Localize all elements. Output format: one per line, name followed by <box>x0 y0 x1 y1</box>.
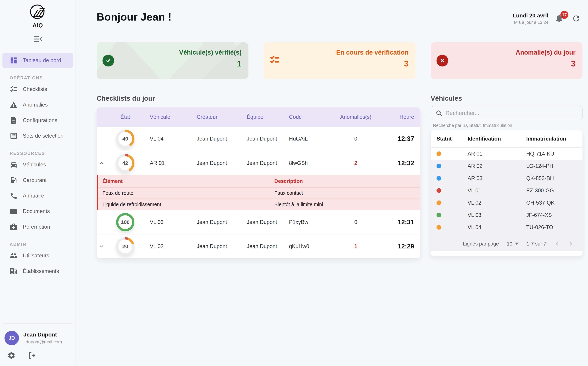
sidebar-section-operations: OPÉRATIONS <box>0 76 75 80</box>
list-box-icon <box>10 132 18 140</box>
stat-card-title: En cours de vérification <box>336 49 409 56</box>
user-profile: JD Jean Dupont j.dupont@mail.com <box>5 331 62 345</box>
next-page-button[interactable] <box>568 241 574 247</box>
logout-icon[interactable] <box>28 351 36 360</box>
vehicle-search <box>431 106 582 120</box>
sidebar-item-establishments[interactable]: Établissements <box>0 263 75 279</box>
sidebar-item-checklists[interactable]: Checklists <box>0 82 75 97</box>
dashboard-icon <box>10 56 18 64</box>
collapse-chevron-icon[interactable] <box>99 160 104 166</box>
progress-ring: 40 <box>116 130 134 148</box>
sidebar-item-label: Anomalies <box>23 102 48 108</box>
progress-ring: 100 <box>116 213 134 231</box>
cell-team: Jean Dupont <box>241 219 283 225</box>
sidebar-section-admin: ADMIN <box>0 242 75 247</box>
cell-code: qKuHw0 <box>283 243 338 250</box>
document-icon <box>10 116 18 124</box>
cell-anomalies: 1 <box>338 243 374 250</box>
previous-page-button[interactable] <box>554 241 560 247</box>
detail-element: Feux de route <box>103 190 274 196</box>
sidebar-item-dashboard[interactable]: Tableau de bord <box>2 53 73 68</box>
vehicle-row[interactable]: AR 02 LG-124-PH <box>431 160 582 172</box>
vehicle-row[interactable]: AR 03 QK-853-BH <box>431 172 582 184</box>
notifications-button[interactable]: 17 <box>555 14 564 24</box>
aiq-logo-icon <box>29 3 46 20</box>
cell-time: 12:32 <box>374 160 420 167</box>
vehicle-id: AR 03 <box>468 175 526 182</box>
checklists-table-header: État Véhicule Créateur Équipe Code Anoma… <box>97 107 420 127</box>
cell-time: 12:29 <box>374 243 420 250</box>
vehicle-row[interactable]: VL 04 TU-026-TO <box>431 221 582 233</box>
vehicle-id: VL 02 <box>468 200 526 206</box>
rows-per-page-select[interactable]: 10 <box>507 241 519 247</box>
cell-team: Jean Dupont <box>241 243 283 250</box>
stat-card-title: Anomalie(s) du jour <box>516 49 576 56</box>
search-hint: Recherche par ID, Statut, Immatriculatio… <box>433 123 512 128</box>
status-dot <box>437 200 441 205</box>
column-header-immatriculation: Immatriculation <box>526 136 582 142</box>
cell-vehicle: VL 04 <box>144 136 191 142</box>
sidebar-footer-divider <box>3 323 73 324</box>
vehicle-row[interactable]: VL 02 GH-537-QK <box>431 197 582 209</box>
cell-anomalies: 2 <box>338 160 374 166</box>
sidebar-item-vehicles[interactable]: Véhicules <box>0 157 75 172</box>
stat-card-title: Véhicule(s) vérifié(s) <box>179 49 242 56</box>
vehicle-row[interactable]: AR 01 HQ-714-KU <box>431 148 582 160</box>
cell-time: 12:31 <box>374 219 420 226</box>
status-dot <box>437 188 441 193</box>
expand-chevron-icon[interactable] <box>99 244 104 249</box>
column-header-equipe: Équipe <box>241 114 283 120</box>
sidebar-item-selection-sets[interactable]: Sets de sélection <box>0 128 75 144</box>
date-block: Lundi 20 avril Mis à jour à 13:24 <box>513 12 548 25</box>
sidebar-item-anomalies[interactable]: Anomalies <box>0 97 75 113</box>
settings-gear-icon[interactable] <box>7 351 15 360</box>
status-dot <box>437 213 441 217</box>
cell-time: 12:37 <box>374 135 420 142</box>
stat-card-in-progress: En cours de vérification 3 <box>264 42 416 79</box>
column-header-statut: Statut <box>437 136 468 142</box>
cell-creator: Jean Dupont <box>191 243 241 250</box>
cell-creator: Jean Dupont <box>191 136 241 142</box>
car-icon <box>10 161 18 169</box>
column-header-code: Code <box>283 114 338 120</box>
vehicle-id: AR 01 <box>468 151 526 157</box>
checklist-row-collapsed[interactable]: 20 VL 02 Jean Dupont Jean Dupont qKuHw0 … <box>97 234 420 258</box>
medical-kit-icon <box>10 223 18 231</box>
sidebar-item-fuel[interactable]: Carburant <box>0 172 75 188</box>
search-input[interactable] <box>446 110 582 116</box>
sidebar-item-documents[interactable]: Documents <box>0 204 75 219</box>
checklist-row[interactable]: 100 VL 03 Jean Dupont Jean Dupont P1xyBw… <box>97 210 420 234</box>
vehicle-row[interactable]: VL 01 EZ-300-GG <box>431 184 582 197</box>
status-dot <box>437 225 441 230</box>
sidebar-item-directory[interactable]: Annuaire <box>0 188 75 204</box>
vehicle-plate: JF-674-XS <box>526 212 582 218</box>
checklist-row[interactable]: 40 VL 04 Jean Dupont Jean Dupont HuGAiL … <box>97 127 420 151</box>
user-name: Jean Dupont <box>23 331 62 338</box>
cell-vehicle: AR 01 <box>144 160 191 166</box>
sidebar-item-users[interactable]: Utilisateurs <box>0 248 75 263</box>
phone-icon <box>10 192 18 200</box>
sidebar-item-configurations[interactable]: Configurations <box>0 113 75 128</box>
search-icon <box>435 110 442 116</box>
rows-per-page-label: Lignes par page <box>463 241 499 247</box>
vehicles-section-title: Véhicules <box>431 95 462 102</box>
stat-card-value: 1 <box>179 59 242 68</box>
x-circle-icon <box>437 55 448 67</box>
checklist-icon <box>10 85 18 93</box>
check-circle-icon <box>103 55 114 67</box>
vehicle-plate: HQ-714-KU <box>526 151 582 157</box>
refresh-button[interactable] <box>572 14 581 23</box>
stat-card-verified: Véhicule(s) vérifié(s) 1 <box>97 42 248 79</box>
vehicle-plate: TU-026-TO <box>526 224 582 230</box>
stat-card-value: 3 <box>336 59 409 68</box>
vehicle-row[interactable]: VL 03 JF-674-XS <box>431 209 582 221</box>
sidebar-item-expiry[interactable]: Péremption <box>0 219 75 235</box>
cell-vehicle: VL 03 <box>144 219 191 225</box>
cell-team: Jean Dupont <box>241 160 283 166</box>
user-email: j.dupont@mail.com <box>23 339 62 345</box>
status-dot <box>437 164 441 168</box>
sidebar-collapse-button[interactable] <box>32 34 44 44</box>
checklist-row-expanded[interactable]: 42 AR 01 Jean Dupont Jean Dupont 8lwGSh … <box>97 151 420 175</box>
status-dot <box>437 176 441 181</box>
chevron-right-icon <box>568 241 574 246</box>
